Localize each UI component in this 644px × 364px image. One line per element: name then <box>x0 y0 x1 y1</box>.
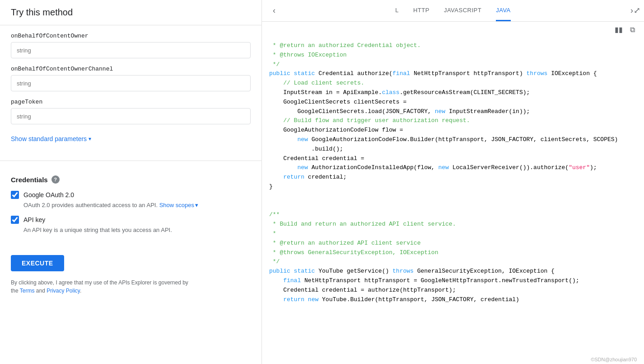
credentials-title: Credentials <box>11 176 48 184</box>
param-label-2: pageToken <box>11 99 251 105</box>
apikey-desc: An API key is a unique string that lets … <box>11 227 251 233</box>
help-icon[interactable]: ? <box>51 175 60 184</box>
oauth-checkbox[interactable] <box>11 191 19 199</box>
credential-oauth: Google OAuth 2.0 OAuth 2.0 provides auth… <box>11 191 251 208</box>
tab-list: L HTTP JAVASCRIPT JAVA <box>279 0 627 21</box>
credentials-section: Credentials ? Google OAuth 2.0 OAuth 2.0… <box>0 168 261 248</box>
terms-link[interactable]: Terms <box>20 288 35 294</box>
watermark: ©SDN@zhoujian970 <box>262 355 644 364</box>
tab-curl[interactable]: L <box>395 0 399 21</box>
param-label-1: onBehalfOfContentOwnerChannel <box>11 66 251 72</box>
expand-icon[interactable]: ⤢ <box>634 5 640 15</box>
credential-apikey-row: API key <box>11 216 251 224</box>
code-area[interactable]: * @return an authorized Credential objec… <box>262 38 644 355</box>
left-panel: Try this method onBehalfOfContentOwner o… <box>0 0 262 364</box>
right-panel: ‹ L HTTP JAVASCRIPT JAVA › ⤢ ▮▮ ⧉ * @ret… <box>262 0 644 364</box>
code-tabs: ‹ L HTTP JAVASCRIPT JAVA › ⤢ <box>262 0 644 22</box>
chevron-down-icon: ▾ <box>89 136 91 142</box>
show-scopes-label: Show scopes <box>159 202 194 208</box>
tab-java[interactable]: JAVA <box>496 0 511 21</box>
credential-oauth-row: Google OAuth 2.0 <box>11 191 251 199</box>
show-scopes-button[interactable]: Show scopes ▾ <box>159 202 198 208</box>
page-title: Try this method <box>0 0 261 25</box>
credential-apikey: API key An API key is a unique string th… <box>11 216 251 233</box>
privacy-link[interactable]: Privacy Policy <box>47 288 80 294</box>
param-input-2[interactable] <box>11 108 251 124</box>
copy-icon[interactable]: ⧉ <box>628 24 637 36</box>
param-input-1[interactable] <box>11 75 251 91</box>
scopes-chevron-icon: ▾ <box>195 202 198 208</box>
execute-section: EXECUTE By clicking above, I agree that … <box>0 248 261 302</box>
credentials-header: Credentials ? <box>11 175 251 184</box>
comment-icon[interactable]: ▮▮ <box>613 24 625 36</box>
show-standard-params-button[interactable]: Show standard parameters ▾ <box>11 132 91 146</box>
code-toolbar: ▮▮ ⧉ <box>262 22 644 38</box>
prev-tab-button[interactable]: ‹ <box>269 4 279 17</box>
tab-http[interactable]: HTTP <box>413 0 429 21</box>
apikey-checkbox[interactable] <box>11 216 19 224</box>
show-params-label: Show standard parameters <box>11 135 87 142</box>
tab-javascript[interactable]: JAVASCRIPT <box>444 0 481 21</box>
oauth-name: Google OAuth 2.0 <box>23 191 74 199</box>
terms-text: By clicking above, I agree that my use o… <box>11 279 251 295</box>
oauth-desc: OAuth 2.0 provides authenticated access … <box>11 202 251 208</box>
oauth-desc-text: OAuth 2.0 provides authenticated access … <box>23 202 158 208</box>
form-section: onBehalfOfContentOwner onBehalfOfContent… <box>0 25 261 157</box>
param-label-0: onBehalfOfContentOwner <box>11 33 251 39</box>
param-input-0[interactable] <box>11 42 251 58</box>
divider <box>0 161 261 161</box>
apikey-name: API key <box>23 216 45 223</box>
execute-button[interactable]: EXECUTE <box>11 255 64 271</box>
